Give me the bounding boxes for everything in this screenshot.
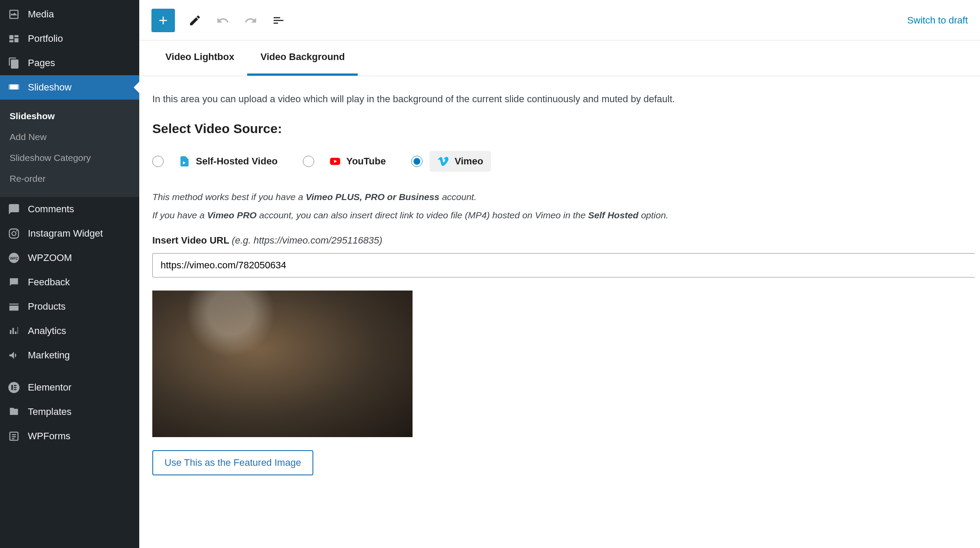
sidebar-label: Elementor [28,382,71,393]
video-source-options: Self-Hosted Video YouTube [152,151,980,172]
sidebar-label: Feedback [28,277,70,288]
sidebar-item-analytics[interactable]: Analytics [0,319,139,343]
sidebar-item-slideshow[interactable]: Slideshow [0,75,139,100]
tab-video-background[interactable]: Video Background [247,40,358,76]
document-outline-button[interactable] [271,13,286,28]
sidebar-label: Instagram Widget [28,228,103,239]
sidebar-label: Marketing [28,350,70,361]
sidebar-item-media[interactable]: Media [0,2,139,27]
svg-point-2 [16,230,17,231]
pencil-icon [188,14,201,27]
templates-icon [8,406,20,418]
video-tabs: Video Lightbox Video Background [139,40,980,76]
sidebar-label: Media [28,9,54,20]
switch-to-draft-link[interactable]: Switch to draft [907,15,968,26]
video-preview[interactable] [152,291,413,437]
sidebar-item-portfolio[interactable]: Portfolio [0,27,139,51]
sidebar-label: Products [28,301,66,312]
sidebar-label: Portfolio [28,33,63,44]
pages-icon [8,57,20,69]
feedback-icon [8,276,20,288]
wpforms-icon [8,430,20,442]
svg-point-1 [12,231,16,235]
radio-self-hosted[interactable] [152,156,164,167]
outline-icon [272,14,285,27]
option-label: Self-Hosted Video [196,156,278,167]
submenu-reorder[interactable]: Re-order [0,168,139,189]
select-video-source-title: Select Video Source: [152,121,980,136]
sidebar-submenu: Slideshow Add New Slideshow Category Re-… [0,100,139,197]
undo-icon [216,14,229,27]
portfolio-icon [8,33,20,45]
edit-mode-button[interactable] [187,13,203,28]
sidebar-label: Comments [28,204,74,215]
svg-rect-6 [11,385,13,390]
use-as-featured-image-button[interactable]: Use This as the Featured Image [152,450,313,475]
topbar-actions [151,9,286,32]
file-video-icon [178,155,191,167]
option-label: YouTube [346,156,386,167]
svg-rect-9 [14,389,17,390]
elementor-icon [8,381,20,394]
analytics-icon [8,325,20,337]
instagram-icon [8,227,20,240]
slideshow-icon [8,81,20,94]
redo-button[interactable] [243,13,258,28]
radio-vimeo[interactable] [411,156,423,167]
sidebar-label: Slideshow [28,82,71,93]
sidebar-label: WPZOOM [28,252,72,264]
wpzoom-icon: WPZ [8,252,20,264]
submenu-slideshow-category[interactable]: Slideshow Category [0,147,139,168]
undo-button[interactable] [215,13,231,28]
main-content: Switch to draft Video Lightbox Video Bac… [139,0,980,548]
section-description: In this area you can upload a video whic… [152,94,980,105]
add-block-button[interactable] [151,9,175,32]
redo-icon [244,14,257,27]
tab-content: In this area you can upload a video whic… [139,76,980,548]
sidebar-item-pages[interactable]: Pages [0,51,139,75]
sidebar-item-elementor[interactable]: Elementor [0,375,139,400]
sidebar-item-instagram[interactable]: Instagram Widget [0,221,139,246]
submenu-slideshow[interactable]: Slideshow [0,106,139,127]
vimeo-note-line2: If you have a Vimeo PRO account, you can… [152,208,980,222]
marketing-icon [8,349,20,361]
sidebar-item-marketing[interactable]: Marketing [0,343,139,368]
svg-rect-8 [14,387,17,388]
sidebar-item-feedback[interactable]: Feedback [0,270,139,294]
sidebar-item-templates[interactable]: Templates [0,400,139,424]
sidebar-item-comments[interactable]: Comments [0,197,139,221]
editor-topbar: Switch to draft [139,0,980,40]
sidebar-item-wpforms[interactable]: WPForms [0,424,139,448]
sidebar-label: Templates [28,406,71,418]
sidebar-label: WPForms [28,431,70,442]
svg-text:WPZ: WPZ [10,257,18,261]
tab-video-lightbox[interactable]: Video Lightbox [152,40,247,76]
option-youtube[interactable]: YouTube [303,151,394,172]
youtube-icon [329,155,341,167]
sidebar-label: Analytics [28,325,66,337]
submenu-add-new[interactable]: Add New [0,127,139,147]
video-url-input[interactable] [152,253,975,277]
plus-icon [157,14,170,27]
video-url-label: Insert Video URL (e.g. https://vimeo.com… [152,235,980,246]
option-vimeo[interactable]: Vimeo [411,151,491,172]
sidebar-label: Pages [28,57,55,69]
comments-icon [8,203,20,215]
vimeo-note-line1: This method works best if you have a Vim… [152,190,980,204]
media-icon [8,8,20,20]
option-label: Vimeo [455,156,483,167]
products-icon [8,301,20,313]
option-self-hosted[interactable]: Self-Hosted Video [152,151,285,172]
radio-youtube[interactable] [303,156,314,167]
sidebar-item-wpzoom[interactable]: WPZ WPZOOM [0,246,139,270]
admin-sidebar: Media Portfolio Pages Slideshow Slidesho… [0,0,139,548]
svg-rect-7 [14,385,17,386]
sidebar-item-products[interactable]: Products [0,294,139,319]
vimeo-icon [437,155,450,167]
